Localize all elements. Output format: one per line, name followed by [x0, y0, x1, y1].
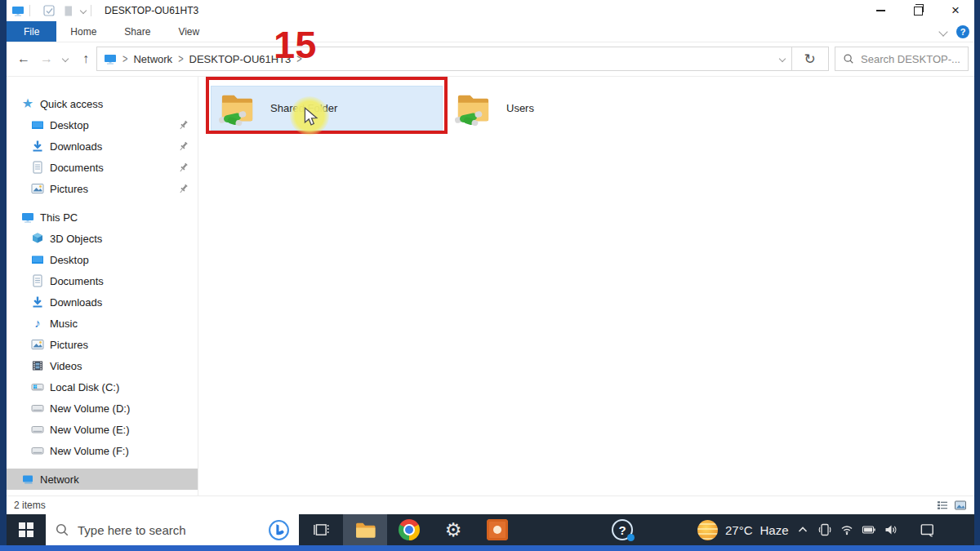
breadcrumb-network[interactable]: Network	[133, 53, 172, 65]
taskbar-weather-widget[interactable]: 27°C Haze	[697, 520, 789, 540]
forward-button[interactable]: →	[36, 42, 57, 75]
sidebar-section-gap	[7, 199, 198, 207]
action-center-button[interactable]	[911, 514, 943, 545]
sidebar-label: New Volume (D:)	[50, 402, 130, 415]
sidebar-label: Network	[40, 473, 79, 486]
sidebar-item-quick-access[interactable]: ★ Quick access	[7, 93, 198, 114]
large-icons-view-icon[interactable]	[954, 499, 967, 512]
pictures-icon	[31, 182, 44, 195]
disk-icon	[31, 444, 44, 457]
sidebar-item-desktop[interactable]: Desktop	[7, 114, 198, 136]
sidebar-item-videos[interactable]: Videos	[7, 355, 198, 376]
document-icon	[31, 274, 44, 287]
crumb-separator-icon: >	[122, 52, 127, 65]
details-view-icon[interactable]	[936, 499, 949, 512]
sidebar-item-new-volume-e[interactable]: New Volume (E:)	[7, 419, 198, 440]
tab-view[interactable]: View	[164, 21, 213, 42]
new-folder-icon[interactable]	[62, 5, 74, 17]
close-button[interactable]: ×	[937, 0, 974, 21]
tab-home[interactable]: Home	[56, 21, 110, 42]
chevron-up-icon	[795, 522, 810, 537]
sidebar-label: This PC	[40, 211, 78, 224]
desktop-icon	[31, 253, 44, 266]
taskbar-settings-button[interactable]: ⚙	[431, 514, 475, 545]
address-dropdown-chevron-icon[interactable]	[779, 56, 786, 62]
sidebar-item-new-volume-f[interactable]: New Volume (F:)	[7, 440, 198, 461]
restore-icon	[914, 7, 923, 16]
sidebar-item-local-disk-c[interactable]: Local Disk (C:)	[7, 376, 198, 398]
expand-ribbon-chevron-icon[interactable]	[938, 27, 947, 36]
desktop-icon	[31, 118, 44, 131]
pictures-icon	[31, 338, 44, 351]
properties-icon[interactable]	[43, 5, 56, 17]
bing-chat-icon[interactable]	[268, 519, 290, 541]
search-box[interactable]: Search DESKTOP-...	[835, 47, 969, 71]
pin-icon[interactable]	[177, 183, 189, 195]
sidebar-item-music[interactable]: ♪ Music	[7, 313, 198, 334]
star-icon: ★	[21, 97, 34, 110]
pin-icon[interactable]	[177, 140, 189, 153]
taskbar-recorder-button[interactable]	[475, 514, 519, 545]
sidebar-item-documents[interactable]: Documents	[7, 157, 198, 178]
hidden-icons-button[interactable]	[792, 514, 814, 545]
taskbar-chrome-button[interactable]	[387, 514, 431, 545]
sidebar-item-network[interactable]: Network	[7, 469, 198, 490]
ribbon-tabs: File Home Share View ?	[7, 21, 974, 42]
taskbar-file-explorer-button[interactable]	[343, 514, 387, 545]
document-icon	[31, 161, 44, 174]
battery-button[interactable]	[858, 514, 880, 545]
screen: { "annotation": { "step": "15", "accent_…	[0, 0, 980, 551]
sidebar-item-desktop-pc[interactable]: Desktop	[7, 249, 198, 270]
qat-customize-chevron-icon[interactable]	[80, 7, 87, 14]
refresh-button[interactable]: ↻	[791, 47, 829, 71]
battery-icon	[862, 522, 876, 537]
sidebar-section-gap	[7, 461, 198, 469]
sidebar-label: Quick access	[40, 98, 103, 110]
task-view-button[interactable]	[299, 514, 343, 545]
action-center-icon	[919, 522, 935, 538]
phone-link-button[interactable]	[814, 514, 836, 545]
minimize-button[interactable]	[862, 0, 899, 21]
file-item-users[interactable]: Users	[448, 86, 644, 131]
status-bar: 2 items	[7, 495, 974, 514]
sidebar-label: Desktop	[50, 119, 89, 131]
tab-file[interactable]: File	[7, 21, 56, 42]
up-button[interactable]: ↑	[75, 42, 96, 75]
back-button[interactable]: ←	[13, 42, 34, 75]
start-button[interactable]	[7, 514, 46, 545]
search-icon	[55, 522, 69, 537]
sidebar-item-pictures-pc[interactable]: Pictures	[7, 334, 198, 355]
window-controls: ×	[862, 0, 974, 21]
task-view-icon	[313, 522, 329, 538]
sidebar-label: Music	[50, 318, 78, 330]
sidebar-item-pictures[interactable]: Pictures	[7, 178, 198, 199]
download-arrow-icon	[31, 140, 44, 153]
pin-icon[interactable]	[177, 162, 189, 174]
sidebar-item-this-pc[interactable]: This PC	[7, 207, 198, 228]
tab-share[interactable]: Share	[110, 21, 164, 42]
wifi-button[interactable]	[836, 514, 858, 545]
sidebar-item-new-volume-d[interactable]: New Volume (D:)	[7, 398, 198, 419]
disk-icon	[31, 423, 44, 436]
recent-locations-chevron-icon[interactable]	[58, 42, 73, 75]
taskbar-get-help-button[interactable]: ?	[612, 519, 633, 540]
sidebar-label: Videos	[50, 360, 82, 372]
pin-icon[interactable]	[177, 119, 189, 131]
weather-condition: Haze	[760, 523, 789, 537]
computer-icon	[104, 52, 117, 65]
sidebar-item-3d-objects[interactable]: 3D Objects	[7, 228, 198, 249]
restore-button[interactable]	[899, 0, 937, 21]
search-placeholder: Search DESKTOP-...	[861, 53, 960, 65]
taskbar-search-box[interactable]: Type here to search	[46, 514, 299, 545]
help-button[interactable]: ?	[956, 25, 969, 38]
navigation-pane: ★ Quick access Desktop Downloads Documen…	[7, 77, 198, 495]
sidebar-label: New Volume (E:)	[50, 424, 130, 436]
sidebar-item-documents-pc[interactable]: Documents	[7, 270, 198, 291]
search-icon	[843, 53, 854, 64]
volume-button[interactable]	[880, 514, 902, 545]
sidebar-item-downloads-pc[interactable]: Downloads	[7, 291, 198, 313]
address-bar[interactable]: > Network > DESKTOP-OU61HT3 >	[96, 47, 792, 71]
file-list-pane[interactable]: Shared Folder Users	[198, 77, 974, 495]
sidebar-item-downloads[interactable]: Downloads	[7, 136, 198, 157]
quick-access-toolbar	[43, 5, 86, 17]
